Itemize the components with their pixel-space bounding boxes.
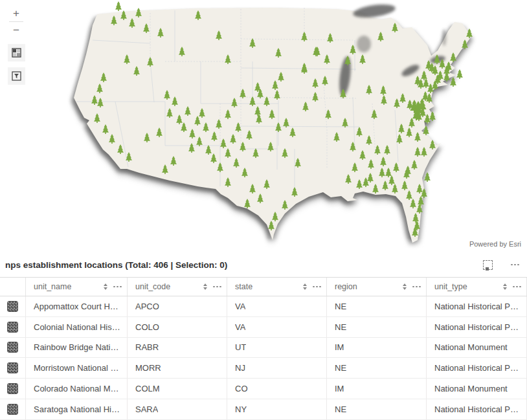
cell-unit_code: COLM [128,379,227,399]
cell-unit_name: Colonial National Historic... [26,317,128,337]
sort-icon[interactable] [203,283,207,290]
cell-region: IM [327,379,427,399]
row-select-cell[interactable] [0,379,26,399]
row-select-cell[interactable] [0,317,26,337]
map-toolbar: + − [6,5,27,85]
cell-unit_type: National Monument [427,338,527,358]
column-label: region [335,282,357,291]
map-view[interactable]: + − [0,0,527,252]
tree-marker[interactable] [456,69,463,79]
cell-unit_name: Appomattox Court House ... [26,296,128,316]
table-titlebar: nps establishment locations (Total: 406 … [0,252,527,277]
cell-unit_code: SARA [128,399,227,419]
column-menu-icon[interactable] [412,286,421,288]
sort-icon[interactable] [104,283,107,290]
row-select-cell[interactable] [0,338,26,358]
show-selection-button[interactable] [482,259,494,271]
basemap-button[interactable] [8,44,25,61]
cell-unit_name: Morristown National Histo... [26,358,128,378]
cell-state: VA [227,296,327,316]
tree-marker[interactable] [115,1,122,11]
row-thumbnail-icon [7,383,18,394]
cell-unit_code: APCO [128,296,227,316]
cell-state: UT [227,338,327,358]
column-header-region[interactable]: region [327,278,427,296]
column-menu-icon[interactable] [113,286,122,288]
selection-marquee-icon [483,260,493,270]
column-header-unit_code[interactable]: unit_code [128,278,227,296]
row-select-cell[interactable] [0,358,26,378]
zoom-in-button[interactable]: + [6,5,27,21]
esri-attribution: Powered by Esri [467,239,523,249]
cell-state: VA [227,317,327,337]
table-options-button[interactable] [510,263,521,267]
cell-state: NY [227,399,327,419]
column-label: unit_name [34,282,71,291]
tree-marker[interactable] [424,172,431,182]
filter-icon [12,71,21,81]
row-select-cell[interactable] [0,296,26,316]
row-thumbnail-icon [7,342,18,353]
row-thumbnail-icon [7,322,18,333]
cell-unit_name: Colorado National Monu... [26,379,128,399]
cell-unit_type: National Historical Park [427,317,527,337]
column-label: state [235,282,252,291]
cell-region: NE [327,317,427,337]
column-label: unit_type [434,282,467,291]
table-body: Appomattox Court House ...APCOVANENation… [0,296,527,420]
tree-marker[interactable] [450,77,456,87]
table-row[interactable]: Saratoga National Historic...SARANYNENat… [0,399,527,420]
ellipsis-icon [511,264,519,266]
table-header-row: unit_nameunit_codestateregionunit_type [0,277,527,296]
cell-region: NE [327,296,427,316]
us-map[interactable] [0,0,527,252]
cell-unit_code: MORR [128,358,227,378]
cell-region: NE [327,358,427,378]
zoom-out-button[interactable]: − [6,22,27,38]
column-label: unit_code [135,282,170,291]
column-header-state[interactable]: state [227,278,327,296]
basemap-icon [12,48,21,58]
cell-unit_type: National Historical Park [427,358,527,378]
cell-region: NE [327,399,427,419]
row-thumbnail-icon [7,301,18,312]
table-title: nps establishment locations (Total: 406 … [5,260,227,270]
cell-unit_code: COLO [128,317,227,337]
column-header-unit_name[interactable]: unit_name [26,278,128,296]
column-menu-icon[interactable] [213,286,221,288]
sort-icon[interactable] [303,283,307,290]
cell-unit_code: RABR [128,338,227,358]
table-row[interactable]: Colorado National Monu...COLMCOIMNationa… [0,379,527,399]
cell-unit_type: National Historical Park [427,399,527,419]
cell-unit_type: National Historical Park [427,296,527,316]
row-thumbnail-icon [7,404,18,415]
cell-state: CO [227,379,327,399]
cell-unit_name: Saratoga National Historic... [26,399,128,419]
column-header-select[interactable] [0,278,26,296]
column-menu-icon[interactable] [313,286,321,288]
table-row[interactable]: Appomattox Court House ...APCOVANENation… [0,296,527,317]
filter-button[interactable] [8,67,25,85]
column-header-unit_type[interactable]: unit_type [427,278,527,296]
row-thumbnail-icon [7,362,18,373]
column-menu-icon[interactable] [513,286,521,288]
sort-icon[interactable] [403,283,407,290]
cell-state: NJ [227,358,327,378]
table-row[interactable]: Morristown National Histo...MORRNJNENati… [0,358,527,379]
table-row[interactable]: Rainbow Bridge National ...RABRUTIMNatio… [0,338,527,359]
table-row[interactable]: Colonial National Historic...COLOVANENat… [0,317,527,338]
cell-unit_type: National Monument [427,379,527,399]
row-select-cell[interactable] [0,399,26,419]
app-window: + − [0,0,527,420]
attribute-table: nps establishment locations (Total: 406 … [0,252,527,420]
cell-region: IM [327,338,427,358]
cell-unit_name: Rainbow Bridge National ... [26,338,128,358]
sort-icon[interactable] [503,283,507,290]
